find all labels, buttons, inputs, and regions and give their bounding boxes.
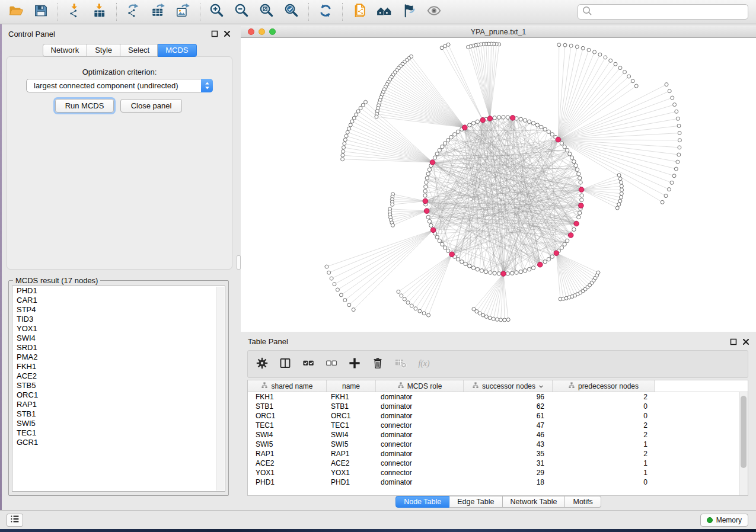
network-node[interactable] bbox=[619, 196, 623, 199]
export-table-button[interactable] bbox=[146, 1, 171, 23]
network-node[interactable] bbox=[489, 271, 492, 274]
network-node[interactable] bbox=[343, 138, 347, 142]
network-node[interactable] bbox=[446, 249, 450, 252]
network-node[interactable] bbox=[563, 43, 567, 47]
cell-mcds-role[interactable]: dominator bbox=[376, 431, 464, 439]
network-node[interactable] bbox=[443, 142, 446, 145]
network-node[interactable] bbox=[678, 132, 681, 135]
cell-predecessor-nodes[interactable]: 2 bbox=[553, 421, 655, 430]
network-node[interactable] bbox=[339, 293, 343, 297]
network-node[interactable] bbox=[572, 227, 576, 231]
cell-name[interactable]: RAP1 bbox=[327, 450, 376, 458]
network-node[interactable] bbox=[634, 84, 638, 88]
cell-successor-nodes[interactable]: 29 bbox=[464, 469, 553, 477]
network-node[interactable] bbox=[598, 53, 602, 56]
hide-selected-button[interactable] bbox=[397, 1, 422, 23]
network-node[interactable] bbox=[519, 117, 522, 121]
tab-select[interactable]: Select bbox=[120, 44, 158, 57]
network-node[interactable] bbox=[426, 172, 430, 175]
network-node[interactable] bbox=[361, 103, 365, 107]
network-node[interactable] bbox=[435, 152, 439, 156]
network-node[interactable] bbox=[333, 283, 336, 286]
network-node[interactable] bbox=[443, 246, 446, 249]
network-node[interactable] bbox=[433, 156, 436, 159]
table-panel-close-button[interactable] bbox=[742, 338, 750, 346]
network-node[interactable] bbox=[578, 211, 582, 214]
mcds-hub-node[interactable] bbox=[430, 160, 435, 165]
table-row[interactable]: RAP1RAP1dominator352 bbox=[248, 449, 739, 459]
cell-mcds-role[interactable]: connector bbox=[376, 459, 464, 467]
network-node[interactable] bbox=[400, 294, 403, 297]
task-history-button[interactable] bbox=[7, 514, 23, 527]
table-row[interactable]: SWI4SWI4dominator462 bbox=[248, 430, 739, 440]
save-button[interactable] bbox=[28, 1, 53, 23]
column-header-predecessor-nodes[interactable]: predecessor nodes bbox=[553, 380, 655, 392]
network-node[interactable] bbox=[511, 271, 514, 275]
cell-mcds-role[interactable]: connector bbox=[376, 469, 464, 477]
table-row[interactable]: PHD1PHD1dominator180 bbox=[248, 477, 739, 487]
network-node[interactable] bbox=[627, 75, 631, 78]
network-node[interactable] bbox=[527, 267, 531, 271]
network-node[interactable] bbox=[604, 56, 607, 59]
mcds-hub-node[interactable] bbox=[449, 252, 455, 257]
tab-edge-table[interactable]: Edge Table bbox=[449, 496, 502, 508]
settings-button[interactable] bbox=[255, 357, 269, 371]
mcds-result-item[interactable]: SWI5 bbox=[12, 419, 225, 428]
network-node[interactable] bbox=[620, 192, 623, 196]
add-row-button[interactable] bbox=[347, 357, 362, 371]
network-node[interactable] bbox=[502, 116, 505, 119]
control-panel-float-button[interactable] bbox=[210, 30, 219, 38]
network-node[interactable] bbox=[569, 44, 573, 47]
network-node[interactable] bbox=[438, 148, 441, 152]
network-node[interactable] bbox=[523, 269, 527, 273]
refresh-button[interactable] bbox=[313, 1, 338, 23]
network-node[interactable] bbox=[577, 215, 580, 219]
cell-shared-name[interactable]: ORC1 bbox=[248, 412, 327, 420]
network-node[interactable] bbox=[620, 184, 623, 188]
network-node[interactable] bbox=[671, 96, 674, 100]
network-node[interactable] bbox=[631, 79, 634, 83]
cell-shared-name[interactable]: STB1 bbox=[248, 402, 327, 411]
close-panel-button[interactable]: Close panel bbox=[120, 99, 182, 113]
cell-mcds-role[interactable]: dominator bbox=[376, 402, 464, 411]
network-node[interactable] bbox=[547, 130, 550, 133]
network-node[interactable] bbox=[460, 260, 464, 264]
network-node[interactable] bbox=[464, 262, 467, 265]
network-canvas[interactable] bbox=[241, 38, 756, 332]
select-all-button[interactable] bbox=[301, 357, 315, 371]
network-node[interactable] bbox=[347, 303, 351, 307]
mcds-result-item[interactable]: RAP1 bbox=[12, 400, 225, 409]
network-node[interactable] bbox=[428, 219, 431, 223]
network-node[interactable] bbox=[670, 181, 674, 184]
network-node[interactable] bbox=[499, 318, 503, 322]
network-node[interactable] bbox=[471, 121, 475, 125]
network-node[interactable] bbox=[427, 313, 430, 317]
network-node[interactable] bbox=[478, 312, 481, 315]
network-node[interactable] bbox=[356, 110, 360, 113]
network-node[interactable] bbox=[560, 246, 563, 249]
table-scrollbar[interactable] bbox=[739, 392, 748, 495]
zoom-selected-button[interactable] bbox=[279, 1, 304, 23]
mcds-hub-node[interactable] bbox=[568, 233, 573, 238]
network-node[interactable] bbox=[418, 309, 422, 313]
cell-name[interactable]: SWI5 bbox=[327, 440, 376, 448]
network-node[interactable] bbox=[467, 46, 470, 49]
network-node[interactable] bbox=[325, 265, 328, 268]
network-node[interactable] bbox=[547, 258, 550, 261]
cell-shared-name[interactable]: TEC1 bbox=[248, 421, 327, 430]
mcds-result-item[interactable]: TEC1 bbox=[12, 428, 225, 438]
network-node[interactable] bbox=[493, 116, 496, 120]
network-node[interactable] bbox=[426, 215, 430, 219]
network-node[interactable] bbox=[614, 62, 617, 66]
network-node[interactable] bbox=[438, 239, 441, 242]
mcds-result-item[interactable]: SRD1 bbox=[12, 343, 225, 352]
mcds-result-item[interactable]: YOX1 bbox=[12, 324, 225, 334]
network-node[interactable] bbox=[492, 317, 495, 321]
export-image-button[interactable] bbox=[171, 1, 196, 23]
cell-mcds-role[interactable]: connector bbox=[376, 421, 464, 430]
network-node[interactable] bbox=[446, 139, 450, 142]
network-node[interactable] bbox=[566, 239, 569, 242]
network-node[interactable] bbox=[506, 116, 509, 119]
network-file-button[interactable] bbox=[347, 1, 372, 23]
network-node[interactable] bbox=[497, 116, 500, 119]
